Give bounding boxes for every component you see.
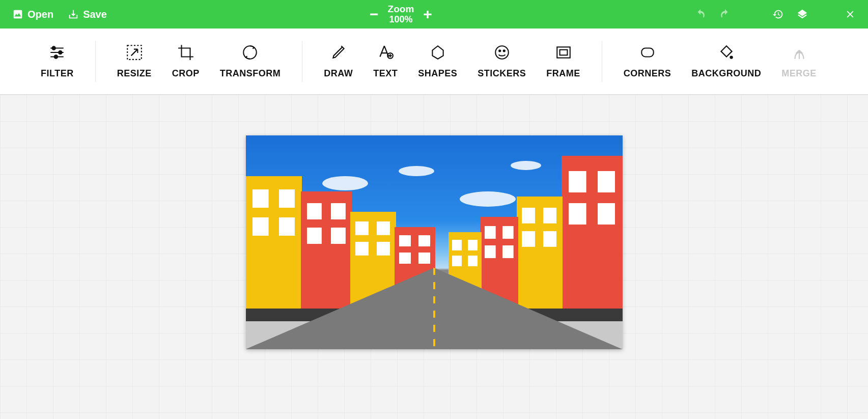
svg-point-0 — [52, 46, 55, 49]
merge-label: MERGE — [781, 68, 817, 79]
text-label: TEXT — [373, 68, 398, 79]
resize-icon — [126, 44, 143, 61]
text-tool[interactable]: TEXT — [363, 44, 408, 79]
undo-button[interactable] — [695, 9, 706, 20]
undo-icon — [695, 9, 706, 20]
separator — [302, 41, 302, 82]
draw-icon — [330, 44, 347, 61]
layers-icon — [797, 9, 808, 20]
svg-point-1 — [59, 51, 62, 54]
separator — [602, 41, 602, 82]
crop-label: CROP — [172, 68, 200, 79]
text-icon — [377, 44, 394, 61]
separator — [95, 41, 96, 82]
crop-tool[interactable]: CROP — [162, 44, 210, 79]
shapes-label: SHAPES — [418, 68, 457, 79]
crop-icon — [177, 44, 194, 61]
transform-label: TRANSFORM — [220, 68, 281, 79]
filter-tool[interactable]: FILTER — [31, 44, 84, 79]
draw-tool[interactable]: DRAW — [314, 44, 363, 79]
svg-point-8 — [503, 50, 505, 51]
frame-tool[interactable]: FRAME — [536, 44, 591, 79]
redo-button[interactable] — [719, 9, 731, 20]
canvas-image[interactable] — [246, 135, 623, 349]
background-icon — [718, 44, 735, 61]
corners-icon — [639, 44, 656, 61]
zoom-out-button[interactable]: − — [370, 6, 379, 23]
transform-icon — [241, 44, 259, 61]
svg-point-6 — [495, 46, 509, 59]
draw-label: DRAW — [324, 68, 353, 79]
topbar: Open Save − Zoom 100% + — [0, 0, 868, 29]
corners-tool[interactable]: CORNERS — [613, 44, 682, 79]
stickers-label: STICKERS — [478, 68, 526, 79]
svg-rect-10 — [559, 50, 567, 55]
zoom-label: Zoom — [388, 4, 414, 15]
open-label: Open — [27, 9, 53, 20]
open-button[interactable]: Open — [12, 9, 53, 20]
resize-tool[interactable]: RESIZE — [107, 44, 162, 79]
zoom-display: Zoom 100% — [388, 4, 414, 25]
svg-point-7 — [499, 50, 500, 51]
frame-icon — [555, 44, 572, 61]
download-icon — [68, 9, 79, 20]
background-label: BACKGROUND — [691, 68, 761, 79]
background-tool[interactable]: BACKGROUND — [681, 44, 771, 79]
canvas-area[interactable] — [0, 95, 868, 419]
corners-label: CORNERS — [624, 68, 671, 79]
shapes-icon — [429, 44, 446, 61]
save-button[interactable]: Save — [68, 9, 107, 20]
history-icon — [772, 9, 783, 20]
filter-icon — [48, 44, 66, 61]
tool-ribbon: FILTER RESIZE CROP TRANSFORM DRAW TEXT S… — [0, 29, 868, 95]
zoom-value: 100% — [388, 15, 414, 25]
zoom-in-button[interactable]: + — [423, 6, 432, 23]
filter-label: FILTER — [41, 68, 74, 79]
shapes-tool[interactable]: SHAPES — [408, 44, 467, 79]
redo-icon — [719, 9, 731, 20]
close-button[interactable] — [845, 9, 856, 20]
save-label: Save — [83, 9, 107, 20]
stickers-icon — [493, 44, 511, 61]
transform-tool[interactable]: TRANSFORM — [210, 44, 291, 79]
close-icon — [845, 9, 856, 20]
stickers-tool[interactable]: STICKERS — [467, 44, 536, 79]
layers-button[interactable] — [797, 9, 808, 20]
merge-tool: MERGE — [771, 44, 827, 79]
image-icon — [12, 9, 23, 20]
resize-label: RESIZE — [117, 68, 152, 79]
merge-icon — [791, 44, 808, 61]
svg-point-12 — [730, 55, 733, 59]
svg-rect-9 — [557, 47, 570, 58]
frame-label: FRAME — [546, 68, 580, 79]
svg-point-2 — [54, 55, 58, 58]
svg-rect-11 — [641, 48, 653, 57]
history-button[interactable] — [772, 9, 783, 20]
